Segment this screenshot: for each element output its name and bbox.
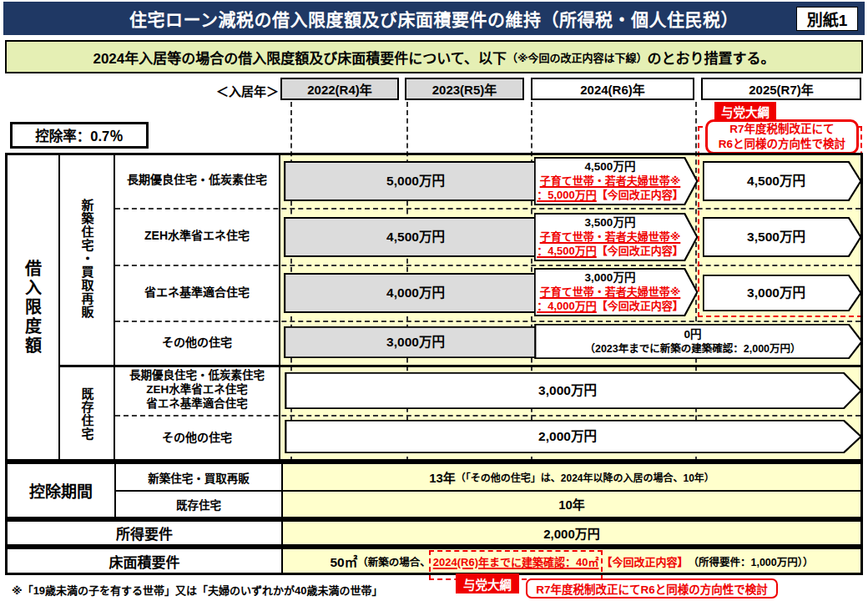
value-r4-2024-25-line1: 0円: [684, 327, 701, 342]
value-r2-2022-23: 4,500万円: [386, 229, 445, 245]
floor-area-red-box: 2024(R6)年までに建築確認：40㎡: [431, 553, 602, 569]
arrow-r4-2024-25: 0円 （2023年までに新築の建築確認：2,000万円）: [534, 324, 863, 359]
arrow-r2-2024: 3,500万円 子育て世帯・若者夫婦世帯※ ：4,500万円【今回改正内容】: [534, 213, 698, 261]
value-r1-2024-amount: ：5,000万円: [537, 189, 597, 201]
ruling-party-badge-top: 与党大綱: [714, 102, 776, 120]
arrow-r3-2022-23: 4,000万円: [284, 273, 559, 313]
value-r3-2025: 3,000万円: [747, 285, 805, 301]
arrow-r1-2024: 4,500万円 子育て世帯・若者夫婦世帯※ ：5,000万円【今回改正内容】: [534, 157, 698, 205]
r7-review-note-bottom: R7年度税制改正にてR6と同様の方向性で検討: [526, 578, 778, 598]
arrow-r2-2022-23: 4,500万円: [284, 217, 559, 257]
arrow-r6: 2,000万円: [284, 420, 863, 453]
arrow-r3-2024: 3,000万円 子育て世帯・若者夫婦世帯※ ：4,000万円【今回改正内容】: [534, 268, 698, 316]
deduction-period-row1-note: （「その他の住宅」は、2024年以降の入居の場合、10年）: [456, 470, 714, 484]
value-r3-2024-base: 3,000万円: [585, 270, 636, 285]
deduction-period-row2-value: 10年: [283, 491, 860, 517]
row-label-r5-line3: 省エネ基準適合住宅: [146, 397, 248, 412]
value-r5: 3,000万円: [538, 382, 597, 399]
row-label-r5-line2: ZEH水準省エネ住宅: [146, 383, 248, 397]
loan-limit-axis-label: 借入限度額: [7, 153, 58, 462]
year-2024-header: 2024(R6)年: [531, 78, 694, 100]
value-r2-2024-amount: ：4,500万円: [537, 245, 597, 257]
deduction-period-row1-value: 13年 （「その他の住宅」は、2024年以降の入居の場合、10年）: [283, 464, 860, 490]
floor-area-main: 50㎡: [331, 552, 358, 570]
value-r1-2024-revised: ：5,000万円【今回改正内容】: [537, 189, 684, 203]
floor-area-pre: （新築の場合、: [357, 553, 431, 569]
year-2025-header: 2025(R7)年: [701, 78, 861, 100]
r7-review-note-top: R7年度税制改正にて R6と同様の方向性で検討: [705, 119, 859, 154]
value-r4-2024-25-line2: （2023年までに新築の建築確認：2,000万円）: [584, 342, 800, 356]
deduction-period-band: 控除期間 新築住宅・買取再販 13年 （「その他の住宅」は、2024年以降の入居…: [5, 462, 863, 519]
value-r4-2022-23: 3,000万円: [386, 334, 445, 351]
arrow-r5: 3,000万円: [284, 372, 863, 409]
floor-area-post: （所得要件：1,000万円））: [688, 553, 813, 569]
income-requirement-band: 所得要件 2,000万円: [5, 519, 863, 547]
value-r3-2024-household: 子育て世帯・若者夫婦世帯※: [540, 285, 681, 300]
row-label-r5-line1: 長期優良住宅・低炭素住宅: [129, 369, 265, 383]
value-r2-2024-base: 3,500万円: [585, 215, 636, 230]
deduction-period-row1-label: 新築住宅・買取再販: [116, 464, 281, 490]
deduction-period-row1-main: 13年: [429, 468, 456, 486]
grid-line: [279, 153, 280, 462]
floor-area-value: 50㎡ （新築の場合、 2024(R6)年までに建築確認：40㎡ 【今回改正内容…: [283, 549, 860, 573]
value-r1-2024-household: 子育て世帯・若者夫婦世帯※: [540, 174, 681, 189]
value-r3-2024-tag: 【今回改正内容】: [597, 300, 684, 312]
arrow-r2-2025: 3,500万円: [703, 217, 861, 257]
value-r2-2024-tag: 【今回改正内容】: [597, 245, 684, 257]
arrow-r1-2025: 4,500万円: [703, 161, 861, 201]
value-r1-2024-base: 4,500万円: [585, 159, 636, 174]
row-label-r3: 省エネ基準適合住宅: [115, 265, 279, 321]
value-r3-2022-23: 4,000万円: [386, 285, 445, 301]
income-requirement-label: 所得要件: [8, 522, 281, 544]
floor-area-red-text: 2024(R6)年までに建築確認：40㎡: [433, 556, 599, 568]
subtitle-banner: 2024年入居等の場合の借入限度額及び床面積要件について、以下 （※今回の改正内…: [5, 40, 863, 73]
floor-area-red-tag: 【今回改正内容】: [601, 553, 688, 569]
value-r3-2024-revised: ：4,000万円【今回改正内容】: [537, 300, 684, 314]
value-r2-2025: 3,500万円: [747, 229, 805, 245]
r7-review-note-text: R7年度税制改正にて R6と同様の方向性で検討: [719, 122, 845, 152]
arrow-r1-2022-23: 5,000万円: [284, 161, 559, 201]
deduction-period-row2-label: 既存住宅: [116, 491, 281, 517]
subtitle-paren: （※今回の改正内容は下線）: [507, 49, 648, 65]
r7-note-line1: R7年度税制改正にて: [729, 123, 834, 135]
value-r2-2024-household: 子育て世帯・若者夫婦世帯※: [540, 230, 681, 245]
subtitle-post: のとおり措置する。: [648, 47, 775, 68]
income-requirement-value: 2,000万円: [283, 522, 860, 544]
footnote: ※「19歳未満の子を有する世帯」又は「夫婦のいずれかが40歳未満の世帯」: [12, 582, 383, 598]
ruling-party-badge-bottom: 与党大綱: [456, 573, 519, 593]
subtitle-pre: 2024年入居等の場合の借入限度額及び床面積要件について、以下: [93, 47, 506, 68]
value-r1-2025: 4,500万円: [747, 173, 805, 189]
r7-note-line2: R6と同様の方向性で検討: [719, 138, 845, 150]
existing-housing-group-label: 既存住宅: [60, 366, 114, 462]
value-r6: 2,000万円: [538, 428, 597, 445]
year-2023-header: 2023(R5)年: [405, 78, 524, 100]
move-in-year-label: ＜入居年＞: [209, 82, 279, 98]
document-page: 住宅ローン減税の借入限度額及び床面積要件の維持（所得税・個人住民税） 別紙1 2…: [0, 0, 868, 601]
row-label-r1: 長期優良住宅・低炭素住宅: [115, 153, 279, 208]
floor-area-band: 床面積要件 50㎡ （新築の場合、 2024(R6)年までに建築確認：40㎡ 【…: [5, 547, 863, 575]
arrow-r3-2025: 3,000万円: [703, 275, 861, 311]
page-title: 住宅ローン減税の借入限度額及び床面積要件の維持（所得税・個人住民税）: [129, 6, 739, 31]
floor-area-label: 床面積要件: [8, 549, 281, 573]
value-r1-2024-tag: 【今回改正内容】: [597, 189, 684, 201]
row-label-r6: その他の住宅: [115, 415, 279, 462]
value-r2-2024-revised: ：4,500万円【今回改正内容】: [537, 245, 684, 259]
value-r3-2024-amount: ：4,000万円: [537, 300, 597, 312]
deduction-rate-box: 控除率：0.7％: [10, 122, 149, 149]
arrow-r4-2022-23: 3,000万円: [284, 326, 559, 358]
title-bar: 住宅ローン減税の借入限度額及び床面積要件の維持（所得税・個人住民税） 別紙1: [3, 2, 865, 35]
row-label-r5: 長期優良住宅・低炭素住宅 ZEH水準省エネ住宅 省エネ基準適合住宅: [115, 366, 279, 415]
new-housing-group-label: 新築住宅・買取再販: [60, 153, 114, 365]
year-2022-header: 2022(R4)年: [280, 78, 399, 100]
row-label-r4: その他の住宅: [115, 321, 279, 365]
appendix-badge: 別紙1: [796, 7, 858, 31]
value-r1-2022-23: 5,000万円: [386, 173, 445, 189]
row-label-r2: ZEH水準省エネ住宅: [115, 208, 279, 265]
deduction-period-label: 控除期間: [8, 464, 114, 517]
